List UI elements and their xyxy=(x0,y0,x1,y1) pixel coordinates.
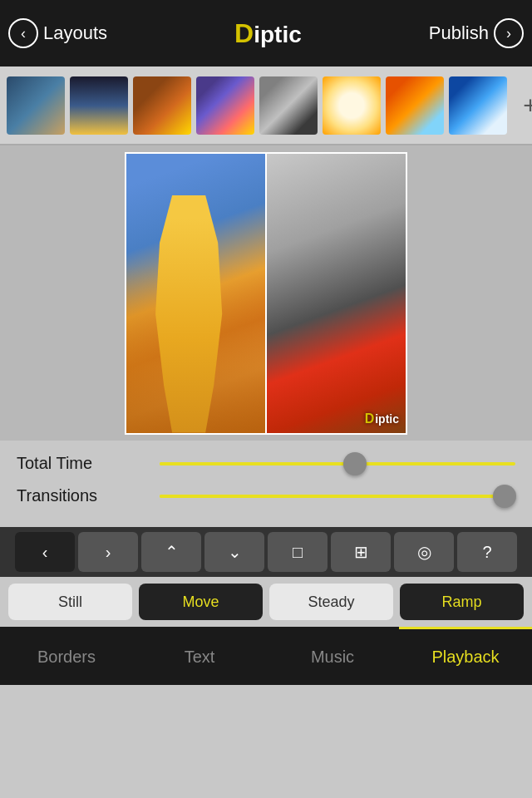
forward-arrow-icon[interactable]: › xyxy=(494,18,524,48)
canvas-area: Diptic xyxy=(0,145,532,441)
down-button[interactable]: ⌄ xyxy=(204,532,264,572)
transitions-thumb[interactable] xyxy=(493,485,516,508)
total-time-row: Total Time xyxy=(17,454,515,473)
collage-frame[interactable]: Diptic xyxy=(125,152,407,435)
tab-borders-label: Borders xyxy=(37,648,96,667)
circle-button[interactable]: ◎ xyxy=(394,532,454,572)
header-right[interactable]: Publish › xyxy=(429,18,524,48)
woman-figure xyxy=(147,195,230,433)
thumbnail-strip: + xyxy=(0,66,532,145)
tab-text-label: Text xyxy=(185,648,215,667)
still-button[interactable]: Still xyxy=(8,584,132,620)
total-time-slider[interactable] xyxy=(160,462,515,466)
thumbnail-1[interactable] xyxy=(7,76,65,135)
total-time-label: Total Time xyxy=(17,454,150,473)
watermark-d-letter: D xyxy=(365,411,375,426)
collage-left-panel[interactable] xyxy=(126,154,265,433)
layouts-label[interactable]: Layouts xyxy=(43,22,107,44)
thumbnail-5[interactable] xyxy=(259,76,318,135)
tab-playback[interactable]: Playback xyxy=(399,627,532,685)
thumbnail-8[interactable] xyxy=(449,76,507,135)
tab-borders[interactable]: Borders xyxy=(0,627,133,685)
back-arrow-icon[interactable]: ‹ xyxy=(8,18,38,48)
diptic-watermark: Diptic xyxy=(365,411,399,426)
total-time-thumb[interactable] xyxy=(343,452,367,475)
thumbnail-6[interactable] xyxy=(323,76,381,135)
thumbnail-2[interactable] xyxy=(70,76,128,135)
transitions-row: Transitions xyxy=(17,486,515,505)
transitions-label: Transitions xyxy=(17,486,150,505)
square-button[interactable]: □ xyxy=(268,532,328,572)
add-photo-button[interactable]: + xyxy=(512,87,532,124)
motion-buttons-bar: Still Move Steady Ramp xyxy=(0,577,532,627)
ramp-button[interactable]: Ramp xyxy=(400,584,524,620)
app-header: ‹ Layouts Diptic Publish › xyxy=(0,0,532,66)
transitions-fill xyxy=(160,495,505,498)
thumbnail-7[interactable] xyxy=(386,76,444,135)
transitions-slider[interactable] xyxy=(160,495,515,498)
thumbnail-4[interactable] xyxy=(196,76,254,135)
header-left[interactable]: ‹ Layouts xyxy=(8,18,107,48)
collage-right-panel[interactable]: Diptic xyxy=(267,154,406,433)
help-button[interactable]: ? xyxy=(457,532,517,572)
total-time-fill xyxy=(160,462,355,466)
next-button[interactable]: › xyxy=(78,532,138,572)
logo-text: Diptic xyxy=(234,18,302,49)
inner-square-button[interactable]: ⊞ xyxy=(331,532,391,572)
publish-label[interactable]: Publish xyxy=(429,22,489,44)
tab-playback-label: Playback xyxy=(431,648,499,667)
playback-controls-bar: ‹ › ⌃ ⌄ □ ⊞ ◎ ? xyxy=(0,527,532,577)
thumbnail-3[interactable] xyxy=(133,76,191,135)
watermark-text: iptic xyxy=(375,412,399,426)
logo-d-letter: D xyxy=(234,18,254,48)
tab-text[interactable]: Text xyxy=(133,627,266,685)
tab-music[interactable]: Music xyxy=(266,627,399,685)
app-logo: Diptic xyxy=(234,18,302,49)
steady-button[interactable]: Steady xyxy=(269,584,393,620)
move-button[interactable]: Move xyxy=(139,584,263,620)
prev-button[interactable]: ‹ xyxy=(15,532,75,572)
tab-music-label: Music xyxy=(311,648,354,667)
controls-area: Total Time Transitions xyxy=(0,441,532,527)
bottom-tab-bar: Borders Text Music Playback xyxy=(0,627,532,685)
up-button[interactable]: ⌃ xyxy=(141,532,201,572)
